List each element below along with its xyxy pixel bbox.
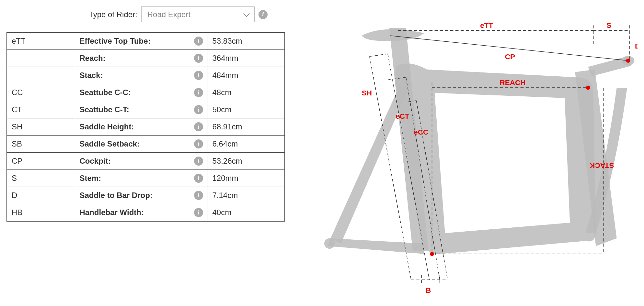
diagram-label-ett: eTT [480, 21, 493, 29]
row-abbr: S [7, 170, 75, 187]
row-abbr [7, 50, 75, 67]
row-value: 120mm [208, 170, 285, 187]
row-label-cell: Seattube C-T: i [75, 101, 208, 118]
row-value: 364mm [208, 50, 285, 67]
row-label-cell: Stack: i [75, 67, 208, 84]
row-label-cell: Saddle Setback: i [75, 136, 208, 153]
row-label-cell: Seattube C-C: i [75, 84, 208, 101]
row-label-cell: Effective Top Tube: i [75, 32, 208, 50]
row-abbr: CC [7, 84, 75, 101]
row-abbr: SH [7, 118, 75, 136]
diagram-label-ecc: eCC [414, 128, 428, 136]
svg-point-1 [324, 238, 335, 249]
geometry-table: eTT Effective Top Tube: i 53.83cm Reach:… [6, 32, 285, 222]
svg-line-15 [370, 54, 388, 57]
svg-point-23 [586, 86, 590, 90]
row-label: Effective Top Tube: [80, 37, 151, 45]
diagram-label-stack: STACK [589, 161, 614, 169]
rider-type-select[interactable]: Road Expert [141, 6, 255, 22]
svg-point-25 [430, 252, 434, 256]
row-abbr: SB [7, 136, 75, 153]
row-value: 53.26cm [208, 153, 285, 170]
rider-type-row: Type of Rider: Road Expert i [6, 6, 285, 22]
info-icon[interactable]: i [194, 71, 203, 80]
table-row: eTT Effective Top Tube: i 53.83cm [7, 32, 285, 50]
row-value: 68.91cm [208, 118, 285, 136]
info-icon[interactable]: i [194, 54, 203, 63]
row-label-cell: Saddle to Bar Drop: i [75, 187, 208, 204]
row-label: Handlebar Width: [80, 208, 144, 217]
diagram-label-b: B [426, 286, 431, 294]
diagram-label-cp: CP [505, 53, 515, 61]
row-label: Seattube C-C: [80, 88, 131, 97]
row-value: 6.64cm [208, 136, 285, 153]
table-row: D Saddle to Bar Drop: i 7.14cm [7, 187, 285, 204]
table-row: Reach: i 364mm [7, 50, 285, 67]
info-icon[interactable]: i [194, 174, 203, 183]
table-row: CT Seattube C-T: i 50cm [7, 101, 285, 118]
info-icon[interactable]: i [194, 88, 203, 97]
info-icon[interactable]: i [194, 105, 203, 114]
row-abbr: D [7, 187, 75, 204]
row-label-cell: Cockpit: i [75, 153, 208, 170]
row-value: 50cm [208, 101, 285, 118]
table-row: Stack: i 484mm [7, 67, 285, 84]
row-value: 40cm [208, 204, 285, 222]
row-value: 484mm [208, 67, 285, 84]
row-label-cell: Stem: i [75, 170, 208, 187]
row-label-cell: Saddle Height: i [75, 118, 208, 136]
row-abbr: eTT [7, 32, 75, 50]
row-label: Seattube C-T: [80, 105, 129, 114]
row-label: Cockpit: [80, 157, 111, 165]
row-value: 53.83cm [208, 32, 285, 50]
diagram-label-reach: REACH [500, 79, 526, 87]
row-label: Saddle Height: [80, 122, 134, 131]
info-icon[interactable]: i [194, 37, 203, 46]
rider-type-label: Type of Rider: [89, 10, 137, 19]
table-row: HB Handlebar Width: i 40cm [7, 204, 285, 222]
info-icon[interactable]: i [194, 208, 203, 217]
row-value: 48cm [208, 84, 285, 101]
rider-type-select-wrap: Road Expert [141, 6, 255, 22]
info-icon[interactable]: i [194, 191, 203, 200]
table-row: CC Seattube C-C: i 48cm [7, 84, 285, 101]
row-label: Stem: [80, 174, 101, 182]
row-label: Saddle Setback: [80, 139, 140, 148]
row-value: 7.14cm [208, 187, 285, 204]
info-icon[interactable]: i [194, 122, 203, 131]
table-row: S Stem: i 120mm [7, 170, 285, 187]
row-label-cell: Reach: i [75, 50, 208, 67]
diagram-label-s: S [606, 21, 611, 29]
table-row: CP Cockpit: i 53.26cm [7, 153, 285, 170]
row-label: Stack: [80, 71, 103, 80]
info-icon[interactable]: i [259, 10, 268, 19]
row-abbr: CT [7, 101, 75, 118]
diagram-label-sh: SH [362, 89, 372, 97]
table-row: SB Saddle Setback: i 6.64cm [7, 136, 285, 153]
svg-point-24 [626, 59, 630, 63]
row-abbr: CP [7, 153, 75, 170]
diagram-label-ect: eCT [396, 112, 409, 120]
bike-frame-diagram-icon: eTT S D CP REACH STACK SH eCT eCC B [305, 10, 638, 301]
row-abbr [7, 67, 75, 84]
diagram-label-d: D [635, 42, 638, 50]
table-row: SH Saddle Height: i 68.91cm [7, 118, 285, 136]
row-label: Saddle to Bar Drop: [80, 191, 153, 200]
info-icon[interactable]: i [194, 139, 203, 148]
geometry-diagram: eTT S D CP REACH STACK SH eCT eCC B [305, 6, 638, 302]
row-label-cell: Handlebar Width: i [75, 204, 208, 222]
row-abbr: HB [7, 204, 75, 222]
info-icon[interactable]: i [194, 157, 203, 166]
row-label: Reach: [80, 54, 106, 62]
